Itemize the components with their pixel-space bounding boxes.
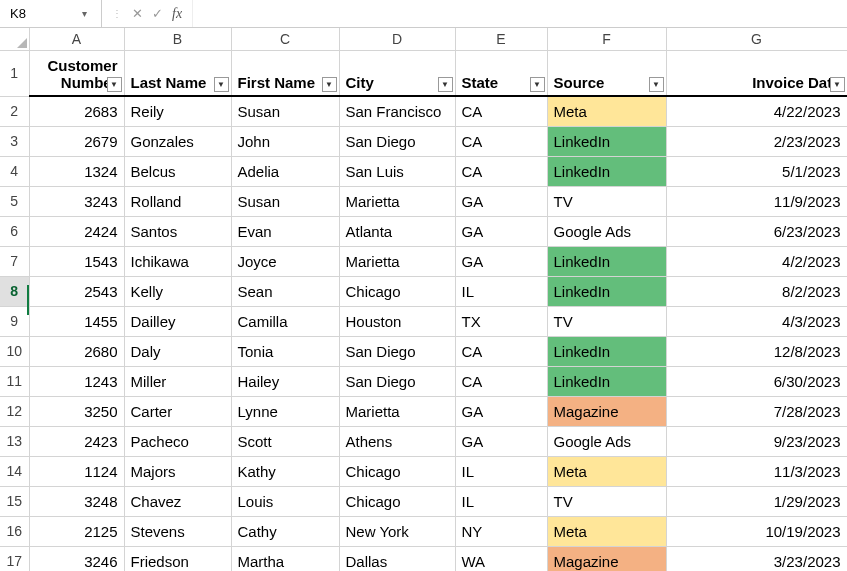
cell-customer[interactable]: 1243: [29, 366, 124, 396]
cell-state[interactable]: GA: [455, 396, 547, 426]
accept-icon[interactable]: ✓: [148, 6, 166, 21]
row-head-5[interactable]: 5: [0, 186, 29, 216]
header-invoice-date[interactable]: Invoice Date ▼: [666, 50, 847, 96]
filter-icon[interactable]: ▼: [322, 77, 337, 92]
cell-state[interactable]: TX: [455, 306, 547, 336]
cell-invoice[interactable]: 11/3/2023: [666, 456, 847, 486]
cell-state[interactable]: IL: [455, 276, 547, 306]
cell-invoice[interactable]: 10/19/2023: [666, 516, 847, 546]
cell-first-name[interactable]: John: [231, 126, 339, 156]
col-head-A[interactable]: A: [29, 28, 124, 50]
row-head-15[interactable]: 15: [0, 486, 29, 516]
filter-icon[interactable]: ▼: [438, 77, 453, 92]
filter-icon[interactable]: ▼: [530, 77, 545, 92]
cell-city[interactable]: Atlanta: [339, 216, 455, 246]
cell-customer[interactable]: 1543: [29, 246, 124, 276]
col-head-C[interactable]: C: [231, 28, 339, 50]
cell-state[interactable]: GA: [455, 186, 547, 216]
cell-first-name[interactable]: Susan: [231, 186, 339, 216]
row-head-11[interactable]: 11: [0, 366, 29, 396]
cell-first-name[interactable]: Sean: [231, 276, 339, 306]
cell-state[interactable]: IL: [455, 456, 547, 486]
chevron-down-icon[interactable]: ▾: [78, 8, 91, 19]
cell-invoice[interactable]: 1/29/2023: [666, 486, 847, 516]
header-source[interactable]: Source ▼: [547, 50, 666, 96]
cell-state[interactable]: CA: [455, 156, 547, 186]
cell-last-name[interactable]: Santos: [124, 216, 231, 246]
cell-invoice[interactable]: 8/2/2023: [666, 276, 847, 306]
cell-customer[interactable]: 2543: [29, 276, 124, 306]
cell-last-name[interactable]: Kelly: [124, 276, 231, 306]
row-head-16[interactable]: 16: [0, 516, 29, 546]
cell-city[interactable]: Chicago: [339, 456, 455, 486]
cell-last-name[interactable]: Stevens: [124, 516, 231, 546]
cell-first-name[interactable]: Camilla: [231, 306, 339, 336]
cell-source[interactable]: Meta: [547, 456, 666, 486]
cell-city[interactable]: San Diego: [339, 336, 455, 366]
cell-customer[interactable]: 1455: [29, 306, 124, 336]
cell-city[interactable]: Houston: [339, 306, 455, 336]
cell-state[interactable]: CA: [455, 96, 547, 126]
cell-last-name[interactable]: Carter: [124, 396, 231, 426]
cell-customer[interactable]: 2680: [29, 336, 124, 366]
cell-invoice[interactable]: 4/2/2023: [666, 246, 847, 276]
cell-city[interactable]: San Francisco: [339, 96, 455, 126]
cell-source[interactable]: TV: [547, 306, 666, 336]
col-head-D[interactable]: D: [339, 28, 455, 50]
cell-invoice[interactable]: 12/8/2023: [666, 336, 847, 366]
row-head-8[interactable]: 8: [0, 276, 29, 306]
cell-invoice[interactable]: 9/23/2023: [666, 426, 847, 456]
row-head-1[interactable]: 1: [0, 50, 29, 96]
cell-last-name[interactable]: Majors: [124, 456, 231, 486]
cell-city[interactable]: Marietta: [339, 396, 455, 426]
fx-icon[interactable]: fx: [168, 6, 186, 22]
row-head-12[interactable]: 12: [0, 396, 29, 426]
cell-city[interactable]: Marietta: [339, 186, 455, 216]
cell-first-name[interactable]: Hailey: [231, 366, 339, 396]
cell-last-name[interactable]: Friedson: [124, 546, 231, 571]
cell-state[interactable]: GA: [455, 426, 547, 456]
col-head-E[interactable]: E: [455, 28, 547, 50]
cell-customer[interactable]: 1124: [29, 456, 124, 486]
cell-source[interactable]: LinkedIn: [547, 126, 666, 156]
cell-first-name[interactable]: Adelia: [231, 156, 339, 186]
cell-first-name[interactable]: Evan: [231, 216, 339, 246]
cell-last-name[interactable]: Ichikawa: [124, 246, 231, 276]
cell-source[interactable]: Google Ads: [547, 426, 666, 456]
cell-customer[interactable]: 2423: [29, 426, 124, 456]
cell-invoice[interactable]: 11/9/2023: [666, 186, 847, 216]
cell-customer[interactable]: 2125: [29, 516, 124, 546]
cell-source[interactable]: Meta: [547, 96, 666, 126]
cell-first-name[interactable]: Lynne: [231, 396, 339, 426]
cell-first-name[interactable]: Cathy: [231, 516, 339, 546]
header-last-name[interactable]: Last Name ▼: [124, 50, 231, 96]
cell-last-name[interactable]: Chavez: [124, 486, 231, 516]
cell-source[interactable]: Google Ads: [547, 216, 666, 246]
header-state[interactable]: State ▼: [455, 50, 547, 96]
col-head-B[interactable]: B: [124, 28, 231, 50]
filter-icon[interactable]: ▼: [214, 77, 229, 92]
cell-city[interactable]: Athens: [339, 426, 455, 456]
cell-customer[interactable]: 3246: [29, 546, 124, 571]
cell-state[interactable]: CA: [455, 126, 547, 156]
row-head-17[interactable]: 17: [0, 546, 29, 571]
cell-customer[interactable]: 3243: [29, 186, 124, 216]
header-customer-number[interactable]: CustomerNumber ▼: [29, 50, 124, 96]
cell-source[interactable]: LinkedIn: [547, 156, 666, 186]
row-head-13[interactable]: 13: [0, 426, 29, 456]
cell-source[interactable]: LinkedIn: [547, 366, 666, 396]
header-first-name[interactable]: First Name ▼: [231, 50, 339, 96]
row-head-3[interactable]: 3: [0, 126, 29, 156]
select-all-corner[interactable]: [0, 28, 29, 50]
cell-invoice[interactable]: 3/23/2023: [666, 546, 847, 571]
cancel-icon[interactable]: ✕: [128, 6, 146, 21]
cell-customer[interactable]: 2424: [29, 216, 124, 246]
row-head-14[interactable]: 14: [0, 456, 29, 486]
cell-invoice[interactable]: 6/23/2023: [666, 216, 847, 246]
filter-icon[interactable]: ▼: [830, 77, 845, 92]
col-head-F[interactable]: F: [547, 28, 666, 50]
cell-city[interactable]: San Diego: [339, 126, 455, 156]
name-box[interactable]: ▾: [0, 0, 102, 27]
formula-input[interactable]: [193, 0, 847, 27]
header-city[interactable]: City ▼: [339, 50, 455, 96]
